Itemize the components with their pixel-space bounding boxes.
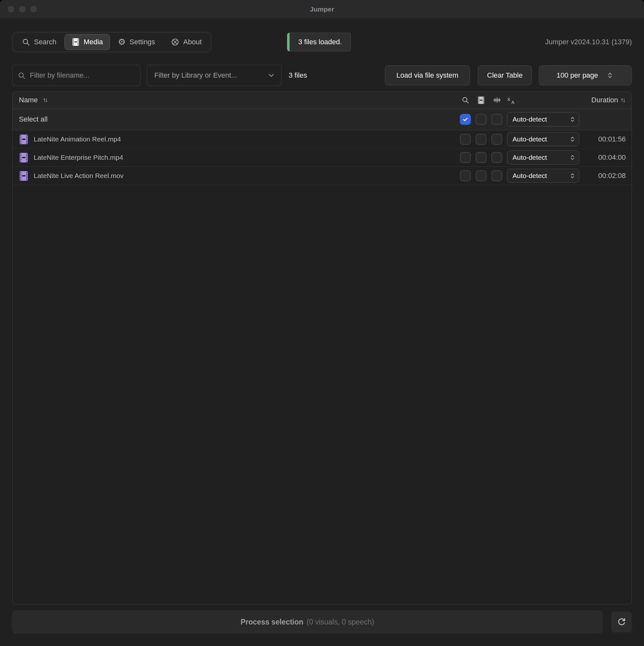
translate-icon: ẋ A (507, 96, 515, 104)
language-select[interactable]: Auto-detect (507, 150, 579, 165)
footer: Process selection (0 visuals, 0 speech) (12, 611, 632, 634)
table-body: LateNite Animation Reel.mp4 Auto-detect … (12, 130, 632, 604)
tab-search[interactable]: Search (14, 32, 65, 51)
select-all-row: Select all Auto-detect (12, 109, 632, 130)
per-page-select[interactable]: 100 per page (539, 66, 632, 85)
language-column-header[interactable]: ẋ A (507, 96, 579, 104)
filename-filter (12, 65, 140, 86)
gear-icon: ⚙ (118, 38, 126, 46)
language-value: Auto-detect (513, 115, 547, 123)
language-select[interactable]: Auto-detect (507, 169, 579, 183)
file-count: 3 files (289, 71, 307, 80)
tab-label: About (183, 38, 202, 46)
toast-accent-bar (287, 33, 290, 51)
frames-icon (477, 96, 485, 104)
name-column-header[interactable]: Name (19, 96, 38, 104)
file-name: LateNite Animation Reel.mp4 (34, 135, 121, 143)
app-version: Jumper v2024.10.31 (1379) (545, 38, 632, 46)
process-selection-detail: (0 visuals, 0 speech) (307, 618, 374, 626)
select-all-speech-checkbox[interactable] (491, 114, 502, 125)
tab-label: Search (34, 38, 57, 46)
tab-about[interactable]: About (163, 32, 210, 51)
media-file-icon (19, 171, 28, 181)
file-duration: 00:04:00 (584, 153, 626, 162)
visuals-checkbox[interactable] (475, 170, 487, 181)
file-name: LateNite Enterprise Pitch.mp4 (34, 153, 123, 162)
toast-files-loaded: 3 files loaded. (287, 33, 351, 51)
media-table: Name ↑↓ (12, 91, 632, 604)
film-icon (72, 38, 80, 46)
nav-tabs: Search Media ⚙ Settings About (12, 32, 211, 52)
stepper-icon (569, 115, 576, 123)
stepper-icon (569, 135, 576, 143)
language-select[interactable]: Auto-detect (507, 132, 579, 146)
search-icon (18, 72, 26, 80)
duration-column-header[interactable]: Duration (592, 96, 618, 104)
search-checkbox[interactable] (460, 170, 471, 181)
select-all-visuals-checkbox[interactable] (475, 114, 487, 125)
window-title: Jumper (0, 0, 644, 18)
select-all-label: Select all (19, 115, 47, 123)
clear-table-button[interactable]: Clear Table (478, 66, 532, 85)
library-filter-dropdown[interactable]: Filter by Library or Event... (147, 65, 282, 86)
speech-checkbox[interactable] (491, 134, 502, 145)
waveform-column-header[interactable] (491, 96, 502, 104)
waveform-icon (493, 96, 501, 104)
media-file-icon (19, 152, 28, 163)
stepper-icon (569, 153, 576, 162)
per-page-value: 100 per page (556, 71, 598, 80)
language-value: Auto-detect (513, 153, 547, 162)
process-selection-label: Process selection (240, 618, 303, 626)
about-icon (171, 38, 179, 46)
load-via-filesystem-button[interactable]: Load via file system (385, 66, 470, 85)
toast-message: 3 files loaded. (290, 33, 351, 51)
svg-text:A: A (512, 100, 515, 104)
stepper-icon (569, 172, 576, 180)
search-checkbox[interactable] (460, 134, 471, 145)
file-name: LateNite Live Action Reel.mov (34, 172, 123, 180)
sort-icon[interactable]: ↑↓ (43, 97, 48, 104)
sort-icon[interactable]: ↑↓ (621, 97, 626, 104)
search-checkbox[interactable] (460, 152, 471, 163)
titlebar: Jumper (0, 0, 644, 18)
select-all-language-select[interactable]: Auto-detect (507, 112, 579, 126)
tab-media[interactable]: Media (65, 34, 110, 50)
filter-row: Filter by Library or Event... 3 files Lo… (12, 65, 632, 86)
toolbar: Search Media ⚙ Settings About (12, 32, 632, 52)
refresh-button[interactable] (611, 612, 632, 632)
stepper-icon (606, 71, 614, 80)
tab-label: Settings (130, 38, 155, 46)
refresh-icon (617, 617, 627, 627)
speech-checkbox[interactable] (491, 170, 502, 181)
select-all-search-checkbox[interactable] (460, 114, 471, 125)
file-duration: 00:02:08 (584, 172, 626, 180)
language-value: Auto-detect (513, 172, 547, 180)
tab-settings[interactable]: ⚙ Settings (110, 32, 163, 51)
filename-filter-input[interactable] (12, 65, 140, 86)
search-column-header[interactable] (460, 96, 471, 104)
visuals-checkbox[interactable] (475, 134, 487, 145)
library-filter-label: Filter by Library or Event... (154, 71, 237, 80)
file-duration: 00:01:56 (584, 135, 626, 143)
table-row[interactable]: LateNite Enterprise Pitch.mp4 Auto-detec… (12, 148, 632, 167)
tab-label: Media (84, 38, 103, 46)
table-row[interactable]: LateNite Animation Reel.mp4 Auto-detect … (12, 130, 632, 148)
app-window: Jumper Search Media ⚙ (0, 0, 644, 646)
media-file-icon (19, 134, 28, 145)
table-header: Name ↑↓ (12, 92, 632, 109)
chevron-down-icon (267, 71, 276, 80)
search-icon (461, 96, 469, 104)
process-selection-button[interactable]: Process selection (0 visuals, 0 speech) (12, 611, 603, 634)
svg-text:ẋ: ẋ (507, 96, 510, 102)
checkmark-icon (462, 116, 468, 122)
language-value: Auto-detect (513, 135, 547, 143)
visuals-checkbox[interactable] (475, 152, 487, 163)
speech-checkbox[interactable] (491, 152, 502, 163)
table-row[interactable]: LateNite Live Action Reel.mov Auto-detec… (12, 167, 632, 185)
search-icon (22, 38, 30, 46)
frames-column-header[interactable] (475, 96, 487, 104)
